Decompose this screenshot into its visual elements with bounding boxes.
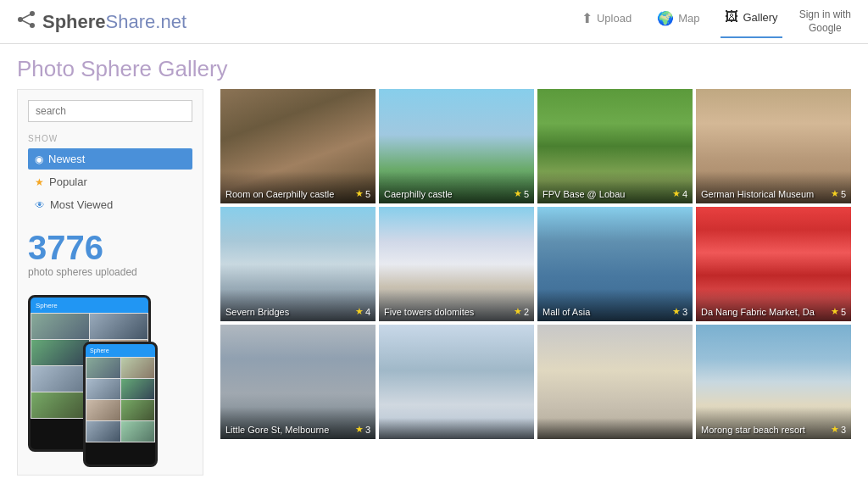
gallery-item[interactable]: Caerphilly castle ★5 bbox=[379, 89, 534, 203]
gallery-item[interactable]: Severn Bridges ★4 bbox=[220, 207, 376, 321]
filter-newest-label: Newest bbox=[48, 153, 85, 165]
gallery-item-overlay bbox=[379, 418, 534, 439]
share-icon bbox=[17, 11, 36, 32]
star-icon: ★ bbox=[831, 306, 839, 317]
gallery-item-rating: ★3 bbox=[672, 306, 687, 317]
filter-popular[interactable]: ★ Popular bbox=[28, 171, 192, 192]
gallery-item-overlay: Caerphilly castle ★5 bbox=[379, 171, 534, 203]
gallery-item-rating: ★5 bbox=[831, 306, 846, 317]
gallery-item-title: Room on Caerphilly castle bbox=[225, 189, 352, 199]
star-icon: ★ bbox=[514, 188, 522, 199]
gallery-item[interactable]: FPV Base @ Lobau ★4 bbox=[537, 89, 693, 203]
search-input[interactable] bbox=[28, 100, 192, 122]
gallery-item-overlay: Little Gore St, Melbourne ★3 bbox=[220, 407, 376, 439]
star-icon: ★ bbox=[672, 306, 681, 317]
star-icon: ★ bbox=[355, 188, 364, 199]
svg-line-4 bbox=[20, 19, 32, 25]
gallery-grid: Room on Caerphilly castle ★5 Caerphilly … bbox=[220, 89, 851, 439]
gallery-item-title: German Historical Museum bbox=[701, 189, 827, 199]
logo-sphere: Sphere bbox=[42, 11, 106, 32]
sidebar: SHOW ◉ Newest ★ Popular 👁 Most Viewed 37… bbox=[17, 89, 203, 476]
gallery-item-overlay: Da Nang Fabric Market, Da ★5 bbox=[696, 289, 851, 321]
gallery-item[interactable] bbox=[379, 325, 534, 439]
device-illustration: Sphere Sphere bbox=[28, 295, 189, 465]
header: SphereShare.net ⬆Upload🌍Map🖼Gallery Sign… bbox=[0, 0, 868, 44]
svg-line-3 bbox=[20, 14, 32, 19]
gallery-item-rating: ★5 bbox=[831, 188, 846, 199]
logo-rest: Share.net bbox=[106, 11, 186, 32]
star-icon: ★ bbox=[672, 188, 681, 199]
gallery-item[interactable]: Da Nang Fabric Market, Da ★5 bbox=[696, 207, 851, 321]
gallery-item-overlay bbox=[537, 418, 693, 439]
star-icon: ★ bbox=[514, 306, 522, 317]
gallery-item[interactable]: Mall of Asia ★3 bbox=[537, 207, 693, 321]
gallery-item-overlay: Five towers dolomites ★2 bbox=[379, 289, 534, 321]
viewed-icon: 👁 bbox=[35, 199, 45, 211]
upload-label: Upload bbox=[597, 12, 632, 25]
gallery-item[interactable]: Room on Caerphilly castle ★5 bbox=[220, 89, 376, 203]
popular-icon: ★ bbox=[35, 176, 44, 188]
gallery-icon: 🖼 bbox=[725, 9, 738, 25]
nav-gallery[interactable]: 🖼Gallery bbox=[721, 5, 782, 38]
map-label: Map bbox=[678, 12, 699, 25]
newest-icon: ◉ bbox=[35, 153, 43, 165]
gallery-item-overlay: Morong star beach resort ★3 bbox=[696, 407, 851, 439]
gallery-item-overlay: Mall of Asia ★3 bbox=[537, 289, 693, 321]
gallery: Room on Caerphilly castle ★5 Caerphilly … bbox=[220, 89, 851, 476]
gallery-item-title: Morong star beach resort bbox=[701, 425, 827, 435]
nav-map[interactable]: 🌍Map bbox=[653, 6, 704, 38]
gallery-item[interactable]: German Historical Museum ★5 bbox=[696, 89, 851, 203]
filter-most-viewed[interactable]: 👁 Most Viewed bbox=[28, 194, 192, 215]
gallery-item-rating: ★3 bbox=[355, 424, 370, 435]
gallery-item-rating: ★4 bbox=[355, 306, 370, 317]
phone-device: Sphere bbox=[83, 342, 158, 467]
gallery-item-title: Da Nang Fabric Market, Da bbox=[701, 307, 827, 317]
gallery-item-rating: ★3 bbox=[831, 424, 846, 435]
sign-in-button[interactable]: Sign in withGoogle bbox=[799, 8, 851, 35]
gallery-item-rating: ★4 bbox=[672, 188, 687, 199]
map-icon: 🌍 bbox=[657, 10, 674, 26]
star-icon: ★ bbox=[831, 188, 839, 199]
count-label: photo spheres uploaded bbox=[28, 266, 192, 278]
nav-upload[interactable]: ⬆Upload bbox=[577, 6, 636, 38]
gallery-item-rating: ★5 bbox=[514, 188, 529, 199]
gallery-item[interactable] bbox=[537, 325, 693, 439]
nav-area: ⬆Upload🌍Map🖼Gallery bbox=[577, 5, 782, 38]
gallery-item-title: Little Gore St, Melbourne bbox=[225, 425, 352, 435]
page-title: Photo Sphere Gallery bbox=[17, 56, 851, 82]
gallery-item-overlay: Room on Caerphilly castle ★5 bbox=[220, 171, 376, 203]
filter-popular-label: Popular bbox=[49, 175, 87, 188]
upload-icon: ⬆ bbox=[581, 10, 593, 26]
page-title-area: Photo Sphere Gallery bbox=[0, 44, 868, 89]
photo-count: 3776 bbox=[28, 231, 192, 264]
filter-newest[interactable]: ◉ Newest bbox=[28, 148, 192, 170]
star-icon: ★ bbox=[355, 306, 364, 317]
gallery-item-title: FPV Base @ Lobau bbox=[542, 189, 669, 199]
gallery-item[interactable]: Morong star beach resort ★3 bbox=[696, 325, 851, 439]
gallery-item-rating: ★5 bbox=[355, 188, 370, 199]
gallery-item[interactable]: Little Gore St, Melbourne ★3 bbox=[220, 325, 376, 439]
show-label: SHOW bbox=[28, 134, 192, 143]
gallery-item-title: Severn Bridges bbox=[225, 307, 352, 317]
star-icon: ★ bbox=[355, 424, 364, 435]
gallery-item-title: Five towers dolomites bbox=[384, 307, 510, 317]
gallery-item-overlay: German Historical Museum ★5 bbox=[696, 171, 851, 203]
filter-viewed-label: Most Viewed bbox=[50, 198, 113, 211]
gallery-label: Gallery bbox=[743, 11, 777, 24]
gallery-item-rating: ★2 bbox=[514, 306, 529, 317]
star-icon: ★ bbox=[831, 424, 839, 435]
gallery-item-overlay: Severn Bridges ★4 bbox=[220, 289, 376, 321]
logo-area: SphereShare.net bbox=[17, 11, 577, 33]
gallery-item-title: Mall of Asia bbox=[542, 307, 669, 317]
gallery-item-title: Caerphilly castle bbox=[384, 189, 510, 199]
main-content: SHOW ◉ Newest ★ Popular 👁 Most Viewed 37… bbox=[0, 89, 868, 484]
count-area: 3776 photo spheres uploaded bbox=[28, 231, 192, 278]
gallery-item-overlay: FPV Base @ Lobau ★4 bbox=[537, 171, 693, 203]
gallery-item[interactable]: Five towers dolomites ★2 bbox=[379, 207, 534, 321]
logo[interactable]: SphereShare.net bbox=[42, 11, 186, 33]
